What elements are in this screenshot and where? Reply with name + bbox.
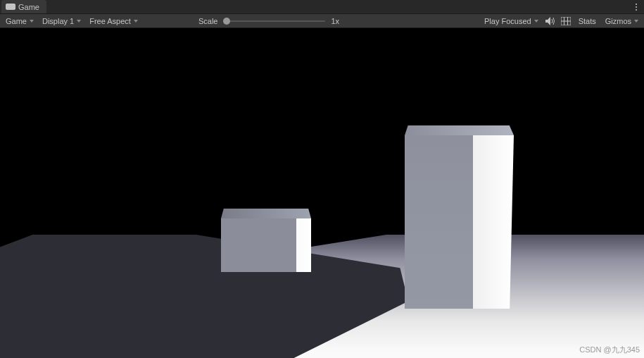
aspect-dropdown[interactable]: Free Aspect bbox=[87, 16, 141, 27]
chevron-down-icon bbox=[534, 20, 538, 23]
chevron-down-icon bbox=[77, 20, 81, 23]
play-mode-dropdown[interactable]: Play Focused bbox=[481, 16, 541, 27]
chevron-down-icon bbox=[134, 20, 138, 23]
game-tab-label: Game bbox=[18, 3, 39, 11]
game-viewport: CSDN @九九345 bbox=[0, 28, 644, 358]
game-tab-icon bbox=[6, 4, 15, 10]
view-mode-dropdown[interactable]: Game bbox=[3, 16, 37, 27]
scene-cube-small bbox=[221, 209, 311, 272]
scene-cube-tall bbox=[405, 125, 514, 309]
scale-value: 1x bbox=[331, 17, 339, 25]
scale-control: Scale 1x bbox=[193, 17, 339, 25]
frame-debugger-button[interactable] bbox=[560, 16, 572, 27]
game-tab[interactable]: Game bbox=[1, 0, 46, 13]
chevron-down-icon bbox=[30, 20, 34, 23]
watermark-text: CSDN @九九345 bbox=[579, 345, 640, 355]
gizmos-label: Gizmos bbox=[605, 17, 631, 25]
scale-slider[interactable] bbox=[223, 20, 325, 22]
tab-bar: Game bbox=[0, 0, 644, 14]
stats-button[interactable]: Stats bbox=[575, 17, 600, 25]
speaker-icon bbox=[545, 17, 555, 25]
view-mode-label: Game bbox=[6, 17, 27, 25]
aspect-label: Free Aspect bbox=[89, 17, 131, 25]
scale-slider-thumb[interactable] bbox=[223, 18, 230, 25]
game-toolbar: Game Display 1 Free Aspect Scale 1x Play… bbox=[0, 14, 644, 28]
gizmos-dropdown[interactable]: Gizmos bbox=[602, 16, 641, 27]
play-mode-label: Play Focused bbox=[484, 17, 531, 25]
display-dropdown[interactable]: Display 1 bbox=[39, 16, 84, 27]
scale-label: Scale bbox=[198, 17, 218, 25]
tab-menu-button[interactable] bbox=[629, 0, 644, 13]
display-label: Display 1 bbox=[42, 17, 74, 25]
chevron-down-icon bbox=[634, 20, 638, 23]
audio-toggle-button[interactable] bbox=[544, 16, 557, 27]
grid-icon bbox=[561, 17, 571, 25]
